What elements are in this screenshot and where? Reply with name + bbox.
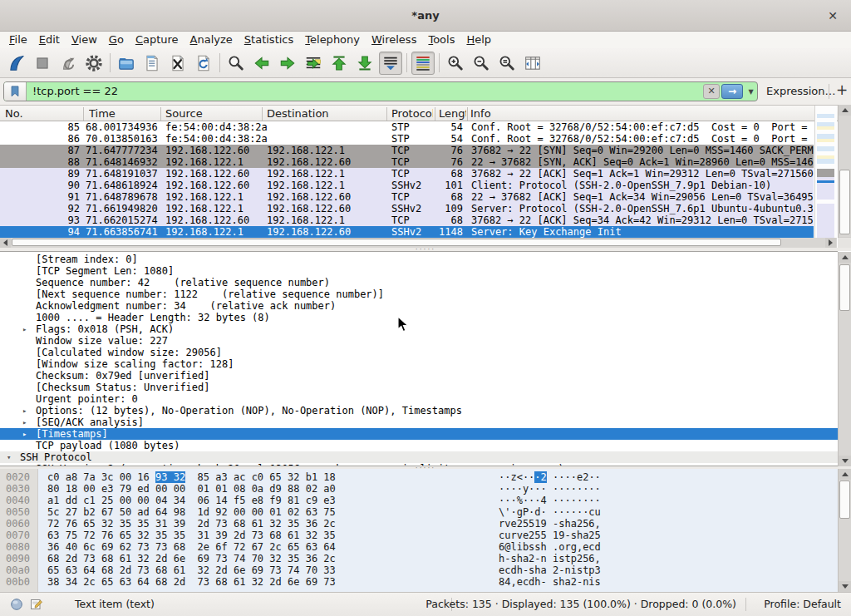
expander-closed-icon[interactable]: ▸ bbox=[22, 428, 27, 440]
scroll-up-button[interactable] bbox=[839, 105, 851, 116]
hex-row-0080[interactable]: 008036 40 6c 69 62 73 73 68 2e 6f 72 67 … bbox=[0, 541, 838, 553]
detail-line[interactable]: Window size value: 227 bbox=[0, 335, 838, 347]
packet-row-94[interactable]: 9471.663856741192.168.122.1192.168.122.6… bbox=[0, 226, 814, 238]
expander-closed-icon[interactable]: ▸ bbox=[22, 405, 27, 416]
menu-go[interactable]: Go bbox=[103, 32, 130, 48]
detail-line[interactable]: Sequence number: 42 (relative sequence n… bbox=[0, 277, 838, 288]
packet-list-vscrollbar[interactable] bbox=[838, 105, 851, 248]
detail-line[interactable]: Urgent pointer: 0 bbox=[0, 393, 838, 405]
hex-ascii[interactable]: ecdh-sha 2-nistp3 bbox=[499, 564, 601, 576]
hex-ascii[interactable]: h-sha2-n istp256, bbox=[499, 553, 601, 564]
hex-row-0070[interactable]: 007063 75 72 76 65 32 35 35 31 39 2d 73 … bbox=[0, 530, 838, 541]
go-forward-button[interactable] bbox=[276, 52, 299, 75]
hex-ascii[interactable]: curve255 19-sha25 bbox=[499, 530, 601, 541]
hex-row-00b0[interactable]: 00b038 34 2c 65 63 64 68 2d 73 68 61 32 … bbox=[0, 576, 838, 588]
menu-help[interactable]: Help bbox=[460, 32, 497, 48]
expert-info-button[interactable] bbox=[10, 598, 23, 614]
detail-line[interactable]: [Stream index: 0] bbox=[0, 254, 838, 265]
scroll-down-button[interactable] bbox=[839, 581, 851, 592]
hex-bytes[interactable]: 65 63 64 68 2d 73 68 61 32 2d 6e 69 73 7… bbox=[47, 564, 336, 576]
detail-line[interactable]: [Checksum Status: Unverified] bbox=[0, 382, 838, 393]
hex-row-0050[interactable]: 00505c 27 b2 67 50 ad 64 98 1d 92 00 00 … bbox=[0, 506, 838, 518]
go-first-button[interactable] bbox=[327, 52, 351, 75]
column-separator[interactable] bbox=[262, 107, 263, 121]
add-filter-button[interactable]: + bbox=[836, 81, 848, 98]
colorize-packets-button[interactable] bbox=[411, 52, 435, 75]
close-file-button[interactable] bbox=[166, 52, 189, 75]
zoom-in-button[interactable] bbox=[444, 52, 467, 75]
hex-bytes[interactable]: 38 34 2c 65 63 64 68 2d 73 68 61 32 2d 6… bbox=[47, 576, 336, 588]
hex-row-0030[interactable]: 003080 18 00 e3 79 ed 00 00 01 01 08 0a … bbox=[0, 483, 838, 495]
detail-line[interactable]: ▸Options: (12 bytes), No-Operation (NOP)… bbox=[0, 405, 838, 416]
go-to-packet-button[interactable] bbox=[302, 52, 325, 75]
expander-closed-icon[interactable]: ▸ bbox=[22, 323, 27, 335]
menu-capture[interactable]: Capture bbox=[130, 32, 184, 48]
detail-line[interactable]: [TCP Segment Len: 1080] bbox=[0, 265, 838, 277]
capture-comment-button[interactable] bbox=[30, 598, 43, 614]
column-header-info[interactable]: Info bbox=[470, 106, 520, 122]
scroll-left-button[interactable] bbox=[0, 238, 11, 248]
filter-history-dropdown-icon[interactable]: ▼ bbox=[745, 88, 757, 96]
auto-scroll-button[interactable] bbox=[379, 52, 402, 75]
bytes-vscrollbar[interactable] bbox=[838, 469, 851, 592]
column-separator[interactable] bbox=[435, 107, 435, 121]
start-capture-button[interactable] bbox=[5, 52, 28, 75]
intelligent-scrollbar-minimap[interactable] bbox=[814, 106, 837, 238]
column-header-time[interactable]: Time bbox=[89, 106, 139, 122]
zoom-reset-button[interactable] bbox=[495, 52, 519, 75]
stop-capture-button[interactable] bbox=[31, 52, 54, 75]
hex-ascii[interactable]: ···%···4 ········ bbox=[499, 495, 601, 506]
packet-row-88[interactable]: 8871.648146932192.168.122.1192.168.122.6… bbox=[0, 156, 814, 168]
detail-line[interactable]: ▾SSH Protocol bbox=[0, 451, 838, 463]
hex-ascii[interactable]: ····y··· ········ bbox=[499, 483, 601, 495]
menu-view[interactable]: View bbox=[66, 32, 103, 48]
column-header-protocol[interactable]: Protocol bbox=[391, 106, 433, 122]
save-file-button[interactable] bbox=[140, 52, 164, 75]
expander-closed-icon[interactable]: ▸ bbox=[22, 416, 27, 428]
hex-row-0040[interactable]: 0040a1 dd c1 25 00 00 04 34 06 14 f5 e8 … bbox=[0, 495, 838, 506]
detail-line[interactable]: 1000 .... = Header Length: 32 bytes (8) bbox=[0, 312, 838, 323]
column-separator[interactable] bbox=[83, 107, 84, 121]
filter-bookmark-button[interactable] bbox=[4, 82, 27, 101]
close-icon[interactable]: ✕ bbox=[824, 7, 841, 24]
menu-analyze[interactable]: Analyze bbox=[184, 32, 239, 48]
column-header-source[interactable]: Source bbox=[165, 106, 248, 122]
restart-capture-button[interactable] bbox=[57, 52, 80, 75]
hex-bytes[interactable]: 80 18 00 e3 79 ed 00 00 01 01 08 0a d9 8… bbox=[47, 483, 336, 495]
go-back-button[interactable] bbox=[250, 52, 273, 75]
detail-line[interactable]: [Calculated window size: 29056] bbox=[0, 347, 838, 358]
menu-tools[interactable]: Tools bbox=[422, 32, 460, 48]
detail-line[interactable]: TCP payload (1080 bytes) bbox=[0, 440, 838, 451]
hex-ascii[interactable]: rve25519 -sha256, bbox=[499, 518, 601, 530]
scrollbar-thumb[interactable] bbox=[839, 170, 850, 234]
hex-ascii[interactable]: 6@libssh .org,ecd bbox=[499, 541, 601, 553]
scroll-up-button[interactable] bbox=[839, 252, 851, 263]
packet-row-90[interactable]: 9071.648618924192.168.122.60192.168.122.… bbox=[0, 180, 814, 191]
hex-bytes[interactable]: c0 a8 7a 3c 00 16 93 32 85 a3 ac c0 65 3… bbox=[47, 471, 336, 483]
scrollbar-thumb[interactable] bbox=[839, 480, 850, 519]
capture-options-button[interactable] bbox=[82, 52, 106, 75]
expression-button[interactable]: Expression… bbox=[766, 85, 836, 97]
filter-apply-button[interactable]: → bbox=[721, 84, 743, 99]
menu-wireless[interactable]: Wireless bbox=[366, 32, 422, 48]
column-separator[interactable] bbox=[386, 107, 387, 121]
scroll-down-button[interactable] bbox=[839, 456, 851, 466]
expander-open-icon[interactable]: ▾ bbox=[7, 451, 11, 463]
detail-line[interactable]: Acknowledgment number: 34 (relative ack … bbox=[0, 300, 838, 312]
packet-row-91[interactable]: 9171.648789678192.168.122.1192.168.122.6… bbox=[0, 191, 814, 203]
detail-line[interactable]: ▸Flags: 0x018 (PSH, ACK) bbox=[0, 323, 838, 335]
profile-selector[interactable]: Profile: Default bbox=[764, 593, 841, 616]
scroll-right-button[interactable] bbox=[825, 238, 836, 248]
column-separator[interactable] bbox=[467, 107, 468, 121]
hex-ascii[interactable]: 84,ecdh- sha2-nis bbox=[499, 576, 601, 588]
hex-row-0090[interactable]: 009068 2d 73 68 61 32 2d 6e 69 73 74 70 … bbox=[0, 553, 838, 564]
reload-file-button[interactable] bbox=[192, 52, 215, 75]
packet-row-87[interactable]: 8771.647777234192.168.122.60192.168.122.… bbox=[0, 145, 814, 156]
packet-list-header[interactable]: No.TimeSourceDestinationProtocolLengthIn… bbox=[0, 105, 838, 121]
hex-row-0020[interactable]: 0020c0 a8 7a 3c 00 16 93 32 85 a3 ac c0 … bbox=[0, 471, 838, 483]
hex-bytes[interactable]: 63 75 72 76 65 32 35 35 31 39 2d 73 68 6… bbox=[47, 530, 336, 541]
hex-bytes[interactable]: a1 dd c1 25 00 00 04 34 06 14 f5 e8 f9 8… bbox=[47, 495, 336, 506]
find-packet-button[interactable] bbox=[224, 52, 248, 75]
packet-row-93[interactable]: 9371.662015274192.168.122.60192.168.122.… bbox=[0, 214, 814, 226]
menu-telephony[interactable]: Telephony bbox=[299, 32, 366, 48]
